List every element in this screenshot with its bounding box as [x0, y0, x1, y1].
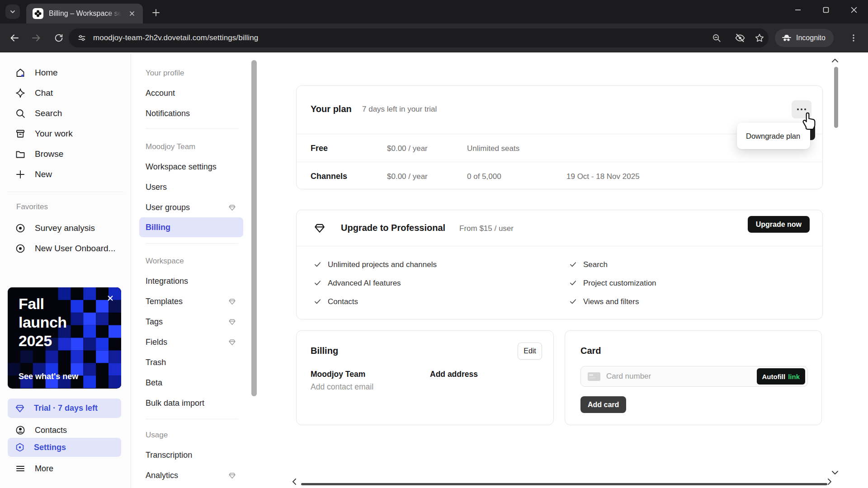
autofill-label: Autofill: [762, 373, 786, 380]
billing-card-title: Billing: [311, 346, 338, 356]
card-number-input[interactable]: [606, 372, 757, 381]
edit-billing-button[interactable]: Edit: [518, 343, 542, 360]
settings-nav-item-tags[interactable]: Tags: [146, 312, 236, 332]
plan-period: 19 Oct - 18 Nov 2025: [566, 172, 640, 181]
preview-hidden-button[interactable]: [732, 30, 748, 46]
settings-nav-item-analytics[interactable]: Analytics: [146, 465, 236, 485]
settings-nav-divider: [146, 419, 238, 419]
scroll-right-arrow[interactable]: [826, 478, 833, 486]
inbox-icon: [15, 128, 26, 139]
reload-button[interactable]: [51, 30, 67, 46]
settings-nav-item-trash[interactable]: Trash: [146, 352, 236, 372]
favorite-label: Survey analysis: [35, 223, 95, 233]
gem-icon: [228, 318, 236, 326]
plan-name: Channels: [311, 172, 347, 181]
autofill-badge[interactable]: Autofill link: [757, 368, 806, 385]
settings-section-header: Usage: [146, 431, 168, 440]
plan-usage: 0 of 5,000: [467, 172, 501, 181]
plan-menu-dropdown[interactable]: Downgrade plan: [737, 123, 810, 149]
kebab-menu-icon: [849, 33, 858, 42]
gem-icon: [228, 298, 236, 305]
settings-nav-item-fields[interactable]: Fields: [146, 332, 236, 352]
sidebar-item-more[interactable]: More: [8, 459, 121, 479]
browser-menu-button[interactable]: [845, 30, 862, 46]
settings-nav-item-users[interactable]: Users: [146, 177, 236, 197]
check-icon: [314, 298, 321, 305]
folder-icon: [15, 149, 26, 160]
sidebar-favorite-new-user-onboarding[interactable]: New User Onboard...: [0, 238, 131, 258]
site-info-icon[interactable]: [77, 33, 87, 43]
downgrade-plan-menu-item[interactable]: Downgrade plan: [746, 132, 800, 141]
tab-close-button[interactable]: [127, 8, 137, 19]
sidebar-item-search[interactable]: Search: [0, 103, 131, 123]
sidebar-item-label: More: [35, 464, 53, 474]
scroll-left-arrow[interactable]: [291, 478, 297, 486]
sidebar-item-your-work[interactable]: Your work: [0, 123, 131, 144]
plan-price: $0.00 / year: [387, 172, 428, 181]
sidebar-item-chat[interactable]: Chat: [0, 83, 131, 103]
settings-nav-item-bulk-data-import[interactable]: Bulk data import: [146, 393, 236, 413]
back-button[interactable]: [6, 30, 23, 46]
vertical-scrollbar-thumb[interactable]: [834, 67, 838, 128]
address-bar[interactable]: moodjoy-team-2h2v.dovetail.com/settings/…: [69, 28, 769, 47]
mouse-cursor: [800, 111, 818, 131]
scroll-up-arrow[interactable]: [831, 57, 839, 64]
sidebar-item-home[interactable]: Home: [0, 62, 131, 83]
settings-nav-item-templates[interactable]: Templates: [146, 291, 236, 311]
incognito-badge: Incognito: [775, 29, 834, 47]
add-address-link[interactable]: Add address: [430, 370, 478, 379]
upgrade-now-button[interactable]: Upgrade now: [748, 216, 810, 233]
sidebar-favorite-survey-analysis[interactable]: Survey analysis: [0, 218, 131, 238]
tab-search-button[interactable]: [5, 5, 20, 19]
sidebar-item-new[interactable]: New: [0, 164, 131, 184]
close-icon: [850, 6, 858, 14]
settings-nav-item-workspace-settings[interactable]: Workspace settings: [146, 157, 236, 177]
browser-toolbar: moodjoy-team-2h2v.dovetail.com/settings/…: [0, 23, 868, 52]
check-icon: [314, 261, 321, 268]
upgrade-title: Upgrade to Professional: [341, 223, 445, 233]
feature-item: Project customization: [569, 274, 656, 292]
add-contact-email-link[interactable]: Add contact email: [311, 382, 373, 392]
maximize-button[interactable]: [812, 0, 840, 20]
zoom-page-button[interactable]: [708, 30, 725, 46]
scroll-down-arrow[interactable]: [831, 469, 839, 476]
promo-close-button[interactable]: [105, 293, 116, 304]
bookmark-star-button[interactable]: [751, 30, 768, 46]
settings-nav-item-account[interactable]: Account: [146, 83, 236, 103]
close-window-button[interactable]: [840, 0, 868, 20]
add-card-button[interactable]: Add card: [580, 396, 626, 413]
promo-card-fall-launch[interactable]: Fall launch 2025 See what's new: [8, 287, 121, 389]
sidebar-item-settings[interactable]: Settings: [8, 438, 121, 457]
autofill-link-label[interactable]: link: [788, 373, 800, 380]
settings-nav-item-integrations[interactable]: Integrations: [146, 271, 236, 291]
credit-card-icon: [587, 372, 601, 381]
settings-nav-item-transcription[interactable]: Transcription: [146, 445, 236, 465]
minimize-icon: [794, 6, 802, 14]
promo-cta-link[interactable]: See what's new: [19, 372, 78, 381]
eye-off-icon: [735, 33, 745, 43]
contacts-icon: [15, 425, 26, 436]
browser-window: Billing – Workspace settings – D: [0, 0, 868, 488]
chevron-down-icon: [9, 8, 16, 15]
check-icon: [569, 279, 577, 287]
settings-nav-item-notifications[interactable]: Notifications: [146, 103, 236, 123]
settings-nav-divider: [146, 128, 238, 129]
browser-tab[interactable]: Billing – Workspace settings – D: [26, 4, 143, 23]
billing-page: Your plan 7 days left in your trial Down…: [257, 53, 868, 488]
settings-nav-item-beta[interactable]: Beta: [146, 373, 236, 393]
minimize-button[interactable]: [784, 0, 812, 20]
forward-button[interactable]: [28, 30, 44, 46]
sidebar-item-label: Trial · 7 days left: [34, 404, 98, 413]
gem-icon: [228, 204, 236, 211]
incognito-label: Incognito: [796, 34, 826, 42]
card-number-field[interactable]: Autofill link: [580, 366, 808, 387]
sidebar-item-browse[interactable]: Browse: [0, 144, 131, 164]
horizontal-scrollbar-thumb[interactable]: [301, 483, 827, 485]
project-target-icon: [15, 243, 26, 254]
settings-nav-item-user-groups[interactable]: User groups: [146, 197, 236, 217]
new-tab-button[interactable]: [149, 6, 163, 19]
sidebar-item-contacts[interactable]: Contacts: [8, 420, 121, 440]
sidebar-item-trial[interactable]: Trial · 7 days left: [8, 399, 121, 418]
settings-nav-item-billing[interactable]: Billing: [139, 217, 243, 237]
settings-nav-scrollbar[interactable]: [251, 60, 257, 396]
